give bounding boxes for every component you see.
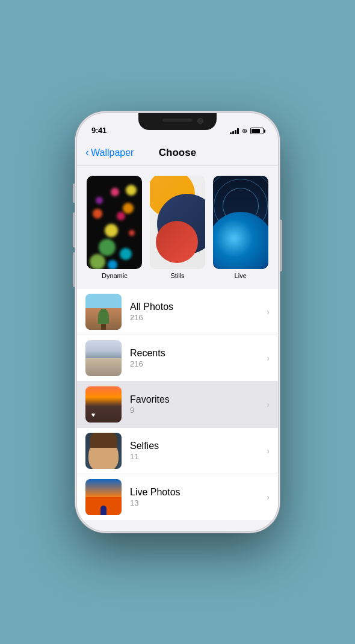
dynamic-label: Dynamic [102, 272, 128, 279]
photo-albums-list: All Photos 216 › Recents 216 › [77, 289, 278, 520]
stills-thumbnail [150, 176, 205, 269]
all-photos-name: All Photos [130, 302, 267, 312]
selfies-count: 11 [130, 452, 267, 461]
recents-info: Recents 216 [130, 348, 267, 368]
notch-camera [197, 118, 203, 124]
notch-speaker [162, 119, 193, 122]
volume-down-button [73, 252, 75, 287]
live-thumbnail [213, 176, 268, 269]
volume-up-button [73, 212, 75, 247]
wallpaper-grid: Dynamic Stills [77, 166, 278, 284]
back-button[interactable]: ‹ Wallpaper [85, 146, 134, 159]
dynamic-thumbnail [87, 176, 142, 269]
back-chevron-icon: ‹ [85, 146, 89, 159]
favorites-chevron-icon: › [267, 400, 270, 409]
selfies-info: Selfies 11 [130, 441, 267, 461]
list-item-all-photos[interactable]: All Photos 216 › [77, 289, 278, 335]
recents-thumbnail [85, 340, 122, 376]
stills-label: Stills [170, 272, 184, 279]
power-button [280, 220, 282, 271]
live-photos-name: Live Photos [130, 487, 267, 498]
live-category[interactable]: Live [211, 176, 270, 279]
live-photos-chevron-icon: › [267, 492, 270, 502]
recents-count: 216 [130, 359, 267, 368]
favorites-thumbnail: ♥ [85, 386, 122, 423]
battery-fill [252, 129, 260, 133]
recents-name: Recents [130, 348, 267, 359]
list-item-selfies[interactable]: Selfies 11 › [77, 428, 278, 474]
back-label: Wallpaper [91, 147, 134, 158]
favorites-name: Favorites [130, 394, 267, 405]
list-item-live-photos[interactable]: Live Photos 13 › [77, 474, 278, 520]
all-photos-count: 216 [130, 313, 267, 322]
live-label: Live [235, 272, 247, 279]
favorites-info: Favorites 9 [130, 394, 267, 415]
signal-bars-icon [230, 128, 239, 134]
stills-category[interactable]: Stills [149, 176, 207, 279]
selfies-thumbnail [85, 433, 122, 469]
phone-frame: 9:41 ⊛ ‹ Wallpaper Choose [75, 111, 280, 533]
phone-screen: 9:41 ⊛ ‹ Wallpaper Choose [77, 113, 278, 531]
content-area: Dynamic Stills [77, 166, 278, 531]
page-title: Choose [159, 147, 196, 159]
navigation-bar: ‹ Wallpaper Choose [77, 140, 278, 166]
all-photos-info: All Photos 216 [130, 302, 267, 322]
silent-switch [73, 184, 75, 203]
selfies-name: Selfies [130, 441, 267, 451]
list-item-recents[interactable]: Recents 216 › [77, 335, 278, 382]
dynamic-category[interactable]: Dynamic [85, 176, 144, 279]
status-icons: ⊛ [230, 127, 264, 135]
status-time: 9:41 [91, 126, 106, 135]
all-photos-chevron-icon: › [267, 307, 270, 317]
list-item-favorites[interactable]: ♥ Favorites 9 › [77, 382, 278, 428]
battery-icon [250, 128, 264, 134]
live-photos-info: Live Photos 13 [130, 487, 267, 507]
notch [138, 113, 217, 130]
live-photos-thumbnail [85, 479, 122, 515]
favorites-count: 9 [130, 406, 267, 415]
wifi-icon: ⊛ [242, 127, 247, 135]
selfies-chevron-icon: › [267, 446, 270, 456]
recents-chevron-icon: › [267, 353, 270, 363]
all-photos-thumbnail [85, 294, 122, 330]
live-photos-count: 13 [130, 498, 267, 507]
